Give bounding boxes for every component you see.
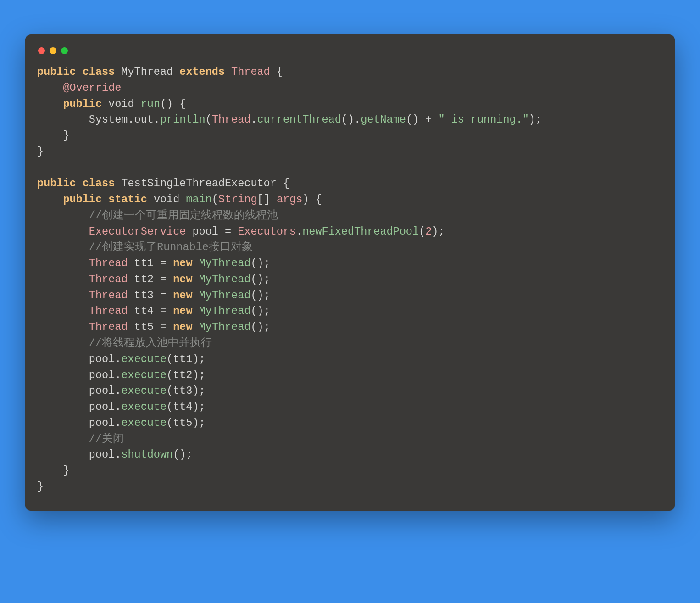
- code-block: public class MyThread extends Thread { @…: [37, 64, 663, 495]
- minimize-icon[interactable]: [50, 47, 56, 54]
- zoom-icon[interactable]: [61, 47, 68, 54]
- window-titlebar: [37, 46, 663, 64]
- code-window: public class MyThread extends Thread { @…: [25, 34, 675, 511]
- close-icon[interactable]: [38, 47, 45, 54]
